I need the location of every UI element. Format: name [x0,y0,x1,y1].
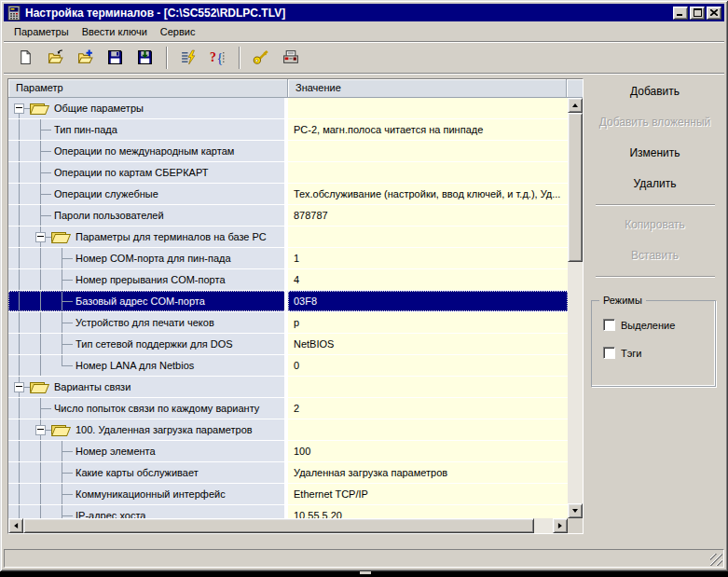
close-button[interactable] [707,7,721,20]
apply-list-lightning-button[interactable] [175,45,200,70]
parameter-cell[interactable]: Номер COM-порта для пин-пада [8,248,288,268]
highlight-checkbox[interactable] [603,319,615,331]
vertical-scrollbar[interactable] [568,98,583,518]
menu-item-2[interactable]: Сервис [154,23,202,40]
value-cell[interactable] [288,98,568,118]
scroll-down-button[interactable] [568,503,583,518]
menu-item-1[interactable]: Ввести ключи [76,23,154,40]
table-row[interactable]: Номер элемента100 [8,441,568,462]
parameter-cell[interactable]: Операции служебные [8,184,288,204]
table-row[interactable]: Номер прерывания COM-порта4 [8,269,568,291]
table-row[interactable]: Число попыток связи по каждому варианту2 [8,398,568,419]
tags-mode-option[interactable]: Тэги [603,347,642,359]
panel-button-2[interactable]: Изменить [589,144,721,162]
expand-box-icon[interactable] [14,382,24,392]
parameter-cell[interactable]: Базовый адрес COM-порта [8,291,288,311]
maximize-button[interactable] [690,7,705,20]
value-cell[interactable]: NetBIOS [288,334,568,354]
value-cell[interactable]: Ethernet TCP/IP [288,484,568,504]
parameter-cell[interactable]: Устройство для печати чеков [8,312,288,333]
value-cell[interactable]: Тех.обслуживание (настройки, ввод ключей… [288,184,568,204]
new-document-button[interactable] [13,45,38,70]
value-cell[interactable] [288,377,568,397]
column-header-value[interactable]: Значение [288,79,567,97]
menu-item-0[interactable]: Параметры [7,23,76,40]
parameter-cell[interactable]: Номер прерывания COM-порта [8,269,288,290]
panel-button-3[interactable]: Удалить [589,174,721,193]
parameter-cell[interactable]: Пароли пользователей [8,205,288,226]
value-cell[interactable]: Удаленная загрузка параметров [288,462,568,483]
table-row[interactable]: Коммуникационный интерфейсEthernet TCP/I… [8,484,568,505]
key-button[interactable] [248,45,273,70]
value-cell[interactable]: 4 [288,269,568,290]
parameter-cell[interactable]: Тип пин-пада [8,119,288,140]
value-cell[interactable]: p [288,312,568,333]
table-row[interactable]: Тип пин-падаPC-2, магн.полоса читается н… [8,119,568,141]
table-row[interactable]: Номер COM-порта для пин-пада1 [8,248,568,269]
table-row[interactable]: Варианты связи [8,377,568,398]
table-row[interactable]: Устройство для печати чековp [8,312,568,334]
minimize-button[interactable] [673,7,688,20]
value-cell[interactable]: 10.55.5.20 [288,505,568,518]
value-cell[interactable] [288,419,568,440]
parameter-cell[interactable]: Параметры для терминалов на базе PC [8,227,288,247]
table-row[interactable]: Номер LANA для Netbios0 [8,355,568,377]
value-cell[interactable]: 1 [288,248,568,268]
parameter-cell[interactable]: Операции по картам СБЕРКАРТ [8,162,288,183]
value-cell[interactable]: PC-2, магн.полоса читается на пинпаде [288,119,568,140]
parameter-cell[interactable]: Номер элемента [8,441,288,461]
table-row[interactable]: Операции по международным картам [8,141,568,162]
value-cell[interactable]: 878787 [288,205,568,226]
fiscal-printer-button[interactable] [278,45,303,70]
parameter-cell[interactable]: Номер LANA для Netbios [8,355,288,376]
table-row[interactable]: IP-адрес хоста10.55.5.20 [8,505,568,518]
panel-button-0[interactable]: Добавить [589,82,721,101]
validate-braces-button[interactable]: ?{ [205,45,230,70]
table-row[interactable]: Параметры для терминалов на базе PC [8,227,568,248]
horizontal-scroll-track[interactable] [23,518,553,533]
vertical-scroll-thumb[interactable] [568,113,583,262]
parameter-cell[interactable]: Какие карты обслуживает [8,462,288,483]
open-file-button[interactable] [43,45,68,70]
parameter-cell[interactable]: Число попыток связи по каждому варианту [8,398,288,419]
parameter-cell[interactable]: Коммуникационный интерфейс [8,484,288,504]
resize-grip[interactable] [710,554,722,566]
parameter-cell[interactable]: Тип сетевой поддержки для DOS [8,334,288,354]
parameter-cell[interactable]: Общие параметры [8,98,288,118]
horizontal-scroll-thumb[interactable] [23,518,534,533]
scroll-right-button[interactable] [553,518,568,533]
save-button[interactable] [103,45,128,70]
value-cell[interactable]: 2 [288,398,568,419]
open-file-add-button[interactable] [73,45,98,70]
parameter-cell[interactable]: Операции по международным картам [8,141,288,161]
key-icon [253,49,269,65]
value-cell[interactable] [288,227,568,247]
scroll-up-button[interactable] [568,98,583,113]
scroll-left-button[interactable] [8,518,23,533]
value-cell[interactable] [288,162,568,183]
expand-box-icon[interactable] [35,232,46,242]
table-row[interactable]: Операции служебныеТех.обслуживание (наст… [8,184,568,205]
parameter-cell[interactable]: Варианты связи [8,377,288,397]
horizontal-scrollbar[interactable] [8,518,568,533]
table-row[interactable]: Тип сетевой поддержки для DOSNetBIOS [8,334,568,355]
save-import-button[interactable] [132,45,158,70]
expand-box-icon[interactable] [14,103,24,114]
highlight-mode-option[interactable]: Выделение [603,319,675,331]
table-row[interactable]: Какие карты обслуживаетУдаленная загрузк… [8,462,568,484]
value-cell[interactable]: 03F8 [288,291,568,311]
expand-box-icon[interactable] [35,425,46,435]
table-row[interactable]: Пароли пользователей878787 [8,205,568,227]
table-row[interactable]: Базовый адрес COM-порта03F8 [8,291,568,312]
tags-checkbox[interactable] [603,347,615,359]
column-header-parameter[interactable]: Параметр [8,79,288,97]
vertical-scroll-track[interactable] [568,113,583,503]
value-cell[interactable] [288,141,568,161]
value-cell[interactable]: 100 [288,441,568,461]
parameter-cell[interactable]: IP-адрес хоста [8,505,288,518]
table-row[interactable]: 100. Удаленная загрузка параметров [8,419,568,441]
table-row[interactable]: Общие параметры [8,98,568,119]
table-row[interactable]: Операции по картам СБЕРКАРТ [8,162,568,184]
parameter-cell[interactable]: 100. Удаленная загрузка параметров [8,419,288,440]
value-cell[interactable]: 0 [288,355,568,376]
